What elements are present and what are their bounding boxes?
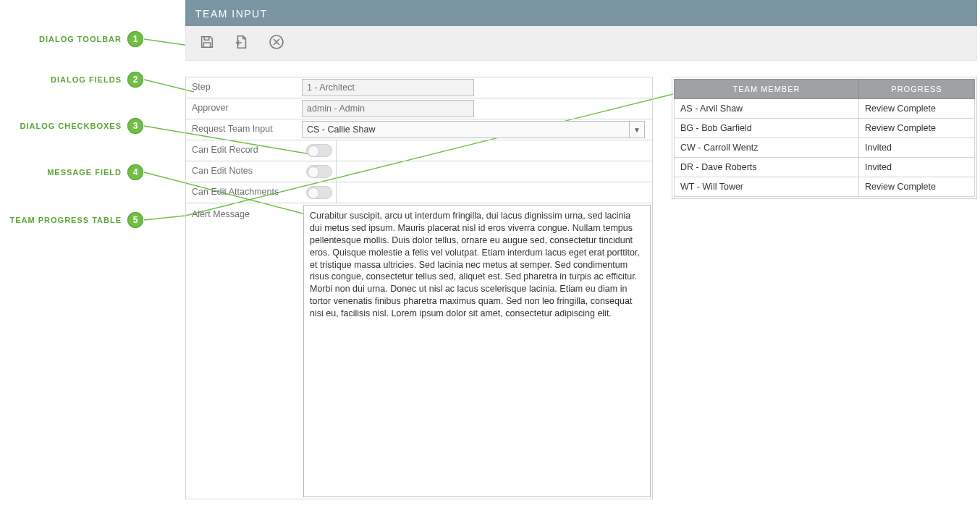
chevron-down-icon[interactable]: ▼ [629,121,645,138]
cell-progress: Review Complete [859,119,975,138]
callout-label-3: DIALOG CHECKBOXES [20,122,122,130]
edit-notes-toggle[interactable] [306,165,332,178]
callout-badge-4: 4 [127,164,143,180]
cell-team-member: WT - Will Tower [675,177,859,197]
cell-team-member: BG - Bob Garfield [675,119,859,138]
cell-team-member: AS - Arvil Shaw [675,99,859,119]
export-icon [234,34,250,52]
callout-badge-2: 2 [127,72,143,88]
team-input-panel: TEAM INPUT Step [185,0,977,524]
edit-attachments-toggle[interactable] [306,186,332,199]
table-row[interactable]: WT - Will TowerReview Complete [675,177,975,197]
cell-team-member: CW - Carroll Wentz [675,138,859,158]
table-row[interactable]: CW - Carroll WentzInvited [675,138,975,158]
cell-progress: Invited [859,158,975,177]
cell-team-member: DR - Dave Roberts [675,158,859,177]
callout-label-2: DIALOG FIELDS [51,75,122,84]
th-team-member: TEAM MEMBER [675,80,859,99]
approver-label: Approver [186,98,302,119]
request-label: Request Team Input [186,119,302,140]
step-label: Step [186,77,302,98]
cancel-button[interactable] [260,29,293,57]
table-row[interactable]: BG - Bob GarfieldReview Complete [675,119,975,138]
request-team-input-select[interactable] [302,121,645,138]
edit-notes-label: Can Edit Notes [186,161,302,182]
th-progress: PROGRESS [859,80,975,99]
table-row[interactable]: DR - Dave RobertsInvited [675,158,975,177]
save-button[interactable] [190,29,224,57]
export-button[interactable] [225,29,258,57]
team-progress-table: TEAM MEMBER PROGRESS AS - Arvil ShawRevi… [672,77,977,199]
edit-record-toggle[interactable] [306,144,332,157]
cell-progress: Review Complete [859,99,975,119]
callout-label-1: DIALOG TOOLBAR [39,35,122,43]
save-icon [199,34,215,52]
alert-message-field[interactable] [303,205,651,497]
step-field [302,79,474,96]
callout-label-4: MESSAGE FIELD [47,168,122,177]
alert-message-label: Alert Message [186,203,302,219]
cell-progress: Review Complete [859,177,975,197]
callout-badge-3: 3 [127,118,143,134]
approver-field [302,100,474,117]
dialog-toolbar [185,26,977,61]
panel-title: TEAM INPUT [185,0,977,26]
cancel-icon [268,33,285,53]
dialog-fields: Step Approver Request Team Input [185,77,653,499]
edit-attachments-label: Can Edit Attachments [186,182,302,203]
callout-badge-5: 5 [127,212,143,228]
cell-progress: Invited [859,138,975,158]
callout-badge-1: 1 [127,31,143,47]
table-row[interactable]: AS - Arvil ShawReview Complete [675,99,975,119]
callout-label-5: TEAM PROGRESS TABLE [10,216,122,224]
edit-record-label: Can Edit Record [186,140,302,161]
